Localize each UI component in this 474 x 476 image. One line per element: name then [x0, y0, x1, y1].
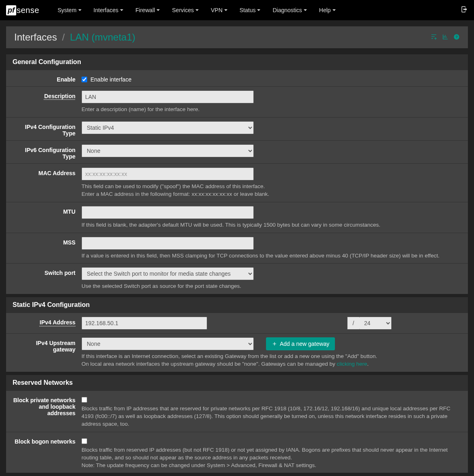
breadcrumb-current: LAN (mvneta1) — [70, 32, 135, 43]
mac-input[interactable] — [82, 167, 254, 180]
page-header: Interfaces / LAN (mvneta1) ? — [6, 26, 468, 48]
panel-title: Reserved Networks — [6, 375, 468, 390]
nav-interfaces[interactable]: Interfaces — [94, 7, 123, 13]
nav-status[interactable]: Status — [240, 7, 261, 13]
enable-checkbox[interactable] — [82, 77, 87, 82]
nav-items: System Interfaces Firewall Services VPN … — [58, 7, 461, 13]
chevron-down-icon — [78, 9, 82, 11]
label-enable: Enable — [13, 74, 82, 83]
block-bogon-help: Blocks traffic from reserved IP addresse… — [82, 446, 461, 470]
mss-input[interactable] — [82, 237, 254, 250]
description-help: Enter a description (name) for the inter… — [82, 106, 461, 114]
help-icon[interactable]: ? — [453, 34, 460, 41]
enable-checkbox-row[interactable]: Enable interface — [82, 74, 461, 83]
description-input[interactable] — [82, 90, 254, 103]
panel-general: General Configuration Enable Enable inte… — [6, 54, 468, 294]
clicking-here-link[interactable]: clicking here — [337, 361, 367, 367]
label-mac: MAC Address — [13, 167, 82, 176]
nav-help[interactable]: Help — [319, 7, 336, 13]
mac-help: This field can be used to modify ("spoof… — [82, 183, 461, 198]
upstream-gw-select[interactable]: None — [82, 337, 254, 350]
breadcrumb-root[interactable]: Interfaces — [14, 32, 57, 43]
cidr-slash: / — [347, 317, 359, 330]
block-private-help: Blocks traffic from IP addresses that ar… — [82, 405, 461, 428]
plus-icon — [272, 341, 277, 347]
header-actions: ? — [431, 34, 460, 41]
logo-mark: pf — [6, 5, 16, 15]
logout-icon[interactable] — [461, 6, 468, 15]
label-ipv4addr: IPv4 Address — [13, 317, 82, 326]
chevron-down-icon — [195, 9, 199, 11]
mtu-help: If this field is blank, the adapter's de… — [82, 221, 461, 229]
top-navbar: pf sense System Interfaces Firewall Serv… — [0, 0, 474, 20]
label-switchport: Switch port — [13, 267, 82, 276]
enable-checkbox-label: Enable interface — [90, 76, 131, 83]
label-mss: MSS — [13, 237, 82, 246]
add-gateway-label: Add a new gateway — [280, 341, 329, 347]
chart-icon[interactable] — [442, 34, 448, 41]
add-gateway-button[interactable]: Add a new gateway — [266, 337, 335, 350]
panel-staticipv4: Static IPv4 Configuration IPv4 Address /… — [6, 297, 468, 372]
label-description: Description — [13, 90, 82, 99]
label-ipv4type: IPv4 Configuration Type — [13, 121, 82, 137]
gw-help: If this interface is an Internet connect… — [82, 353, 461, 368]
chevron-down-icon — [224, 9, 227, 11]
breadcrumb-separator: / — [62, 32, 65, 43]
settings-icon[interactable] — [431, 34, 437, 41]
chevron-down-icon — [157, 9, 160, 11]
mss-help: If a value is entered in this field, the… — [82, 252, 461, 260]
nav-system[interactable]: System — [58, 7, 82, 13]
label-mtu: MTU — [13, 206, 82, 215]
ipv4type-select[interactable]: Static IPv4 — [82, 121, 254, 134]
nav-vpn[interactable]: VPN — [211, 7, 227, 13]
ipv6type-select[interactable]: None — [82, 144, 254, 157]
panel-title: Static IPv4 Configuration — [6, 297, 468, 313]
switchport-help: Use the selected Switch port as source f… — [82, 283, 461, 290]
panel-reserved: Reserved Networks Block private networks… — [6, 375, 468, 473]
chevron-down-icon — [304, 9, 307, 11]
logo-text: sense — [17, 6, 39, 15]
block-private-checkbox[interactable] — [82, 397, 87, 403]
label-block-bogon: Block bogon networks — [13, 436, 82, 445]
svg-text:?: ? — [455, 35, 458, 39]
logo[interactable]: pf sense — [6, 5, 39, 15]
nav-diagnostics[interactable]: Diagnostics — [272, 7, 307, 13]
switchport-select[interactable]: Select the Switch port to monitor for me… — [82, 267, 254, 280]
nav-firewall[interactable]: Firewall — [135, 7, 160, 13]
mtu-input[interactable] — [82, 206, 254, 219]
label-ipv6type: IPv6 Configuration Type — [13, 144, 82, 160]
chevron-down-icon — [120, 9, 123, 11]
nav-services[interactable]: Services — [172, 7, 199, 13]
breadcrumb: Interfaces / LAN (mvneta1) — [14, 32, 431, 43]
ipv4-address-input[interactable] — [82, 317, 207, 330]
cidr-select[interactable]: 24 — [359, 317, 392, 330]
label-block-private: Block private networks and loopback addr… — [13, 395, 82, 416]
label-upstream-gw: IPv4 Upstream gateway — [13, 337, 82, 353]
chevron-down-icon — [332, 9, 336, 11]
block-bogon-checkbox[interactable] — [82, 438, 87, 444]
chevron-down-icon — [257, 9, 260, 11]
panel-title: General Configuration — [6, 54, 468, 70]
